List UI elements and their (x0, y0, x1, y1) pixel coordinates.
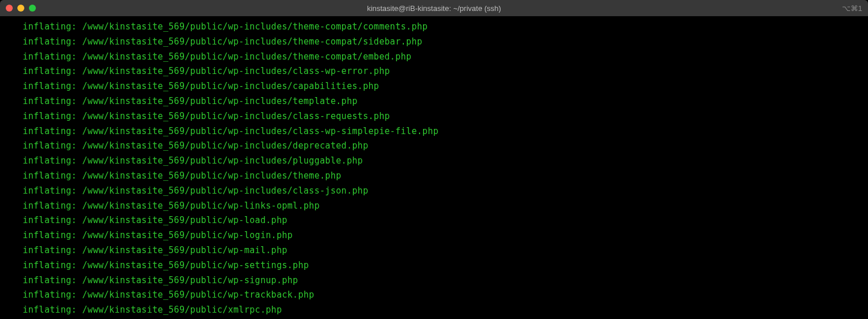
terminal-line: inflating: /www/kinstasite_569/public/wp… (17, 243, 868, 258)
terminal-line: inflating: /www/kinstasite_569/public/wp… (17, 124, 868, 139)
terminal-line: inflating: /www/kinstasite_569/public/wp… (17, 35, 868, 50)
terminal-line: inflating: /www/kinstasite_569/public/wp… (17, 50, 868, 65)
terminal-line: inflating: /www/kinstasite_569/public/wp… (17, 169, 868, 184)
terminal-line: inflating: /www/kinstasite_569/public/wp… (17, 273, 868, 288)
terminal-line: inflating: /www/kinstasite_569/public/wp… (17, 199, 868, 214)
maximize-icon[interactable] (29, 5, 36, 12)
minimize-icon[interactable] (17, 5, 24, 12)
tab-indicator: ⌥⌘1 (842, 4, 862, 13)
terminal-line: inflating: /www/kinstasite_569/public/wp… (17, 139, 868, 154)
terminal-line: inflating: /www/kinstasite_569/public/wp… (17, 228, 868, 243)
close-icon[interactable] (6, 5, 13, 12)
window-titlebar: kinstasite@riB-kinstasite: ~/private (ss… (0, 0, 868, 16)
terminal-line: inflating: /www/kinstasite_569/public/xm… (17, 303, 868, 318)
terminal-line: inflating: /www/kinstasite_569/public/wp… (17, 288, 868, 303)
terminal-line: inflating: /www/kinstasite_569/public/wp… (17, 109, 868, 124)
traffic-lights (6, 5, 36, 12)
terminal-line: inflating: /www/kinstasite_569/public/wp… (17, 79, 868, 94)
window-title: kinstasite@riB-kinstasite: ~/private (ss… (367, 4, 501, 13)
terminal-line: inflating: /www/kinstasite_569/public/wp… (17, 20, 868, 35)
terminal-line: inflating: /www/kinstasite_569/public/wp… (17, 213, 868, 228)
terminal-line: inflating: /www/kinstasite_569/public/wp… (17, 94, 868, 109)
terminal-output[interactable]: inflating: /www/kinstasite_569/public/wp… (0, 16, 868, 318)
terminal-line: inflating: /www/kinstasite_569/public/wp… (17, 258, 868, 273)
terminal-line: inflating: /www/kinstasite_569/public/wp… (17, 184, 868, 199)
terminal-line: inflating: /www/kinstasite_569/public/wp… (17, 154, 868, 169)
terminal-line: inflating: /www/kinstasite_569/public/wp… (17, 64, 868, 79)
